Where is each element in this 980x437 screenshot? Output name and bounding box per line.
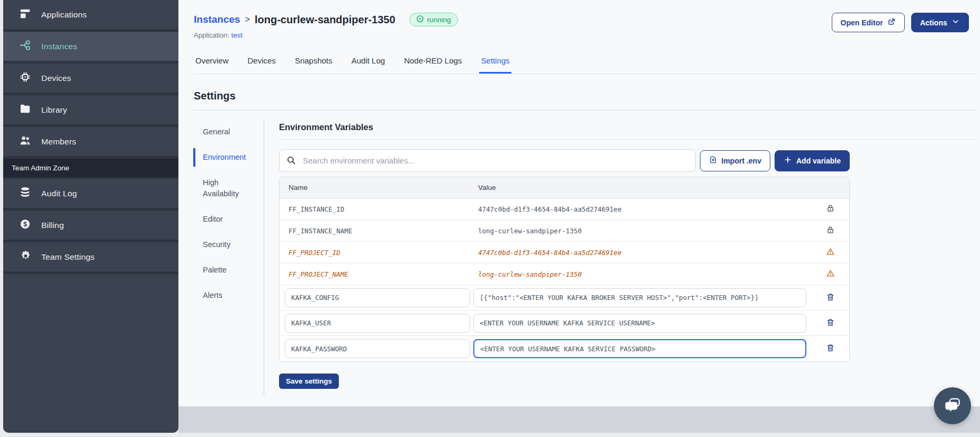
table-row xyxy=(280,336,849,361)
environment-panel: Environment Variables Import .env xyxy=(279,120,976,395)
applications-icon xyxy=(19,7,31,22)
chevron-down-icon xyxy=(951,17,960,28)
env-var-value-input[interactable] xyxy=(473,339,806,358)
running-status-icon xyxy=(416,15,424,24)
sidebar-item-label: Members xyxy=(41,137,76,147)
chat-launcher-button[interactable] xyxy=(934,387,971,424)
settings-nav-editor[interactable]: Editor xyxy=(194,214,264,225)
settings-nav-security[interactable]: Security xyxy=(194,239,264,250)
sidebar-item-label: Library xyxy=(41,105,67,115)
import-env-button[interactable]: Import .env xyxy=(700,150,770,171)
settings-nav-environment[interactable]: Environment xyxy=(194,152,264,163)
svg-text:$: $ xyxy=(23,221,27,228)
tab-overview[interactable]: Overview xyxy=(194,53,230,74)
open-editor-button[interactable]: Open Editor xyxy=(832,13,905,32)
trash-icon xyxy=(826,343,835,354)
footer-strip xyxy=(178,406,980,433)
table-header: Name Value xyxy=(280,177,849,198)
env-var-value: 4747c0bd-d1f3-4654-84b4-aa5d274691ee xyxy=(478,205,811,213)
instance-tabs: Overview Devices Snapshots Audit Log Nod… xyxy=(194,53,976,74)
env-var-name-input[interactable] xyxy=(285,339,470,358)
sidebar-item-label: Devices xyxy=(41,74,71,83)
instances-icon xyxy=(19,39,31,53)
sidebar-section-team-admin-zone: Team Admin Zone xyxy=(3,159,178,179)
env-var-value: 4747c0bd-d1f3-4654-84b4-aa5d274691ee xyxy=(478,249,811,257)
env-var-name: FF_INSTANCE_NAME xyxy=(280,227,478,235)
sidebar-item-audit-log[interactable]: Audit Log xyxy=(3,179,178,211)
env-var-name: FF_INSTANCE_ID xyxy=(280,205,478,213)
warning-icon xyxy=(826,247,835,258)
sidebar-item-members[interactable]: Members xyxy=(3,127,178,159)
settings-nav-palette[interactable]: Palette xyxy=(194,265,264,276)
delete-variable-button[interactable] xyxy=(825,317,836,330)
env-var-value-input[interactable] xyxy=(473,288,806,307)
breadcrumb-separator: > xyxy=(245,15,250,24)
tab-node-red-logs[interactable]: Node-RED Logs xyxy=(402,53,463,74)
env-var-name-input[interactable] xyxy=(285,314,470,333)
sidebar-item-label: Instances xyxy=(41,42,77,51)
settings-nav-general[interactable]: General xyxy=(194,126,264,138)
audit-log-icon xyxy=(19,186,31,201)
add-variable-button[interactable]: Add variable xyxy=(775,150,850,171)
tab-audit-log[interactable]: Audit Log xyxy=(350,53,386,74)
team-settings-icon xyxy=(19,250,31,264)
panel-title: Environment Variables xyxy=(279,122,976,140)
sidebar-item-library[interactable]: Library xyxy=(3,95,178,127)
application-label: Application: xyxy=(194,31,229,39)
env-var-name: FF_PROJECT_ID xyxy=(280,249,478,257)
external-link-icon xyxy=(887,17,896,28)
plus-icon xyxy=(784,156,792,166)
tab-snapshots[interactable]: Snapshots xyxy=(293,53,334,74)
column-header-name: Name xyxy=(280,184,478,192)
env-var-value: long-curlew-sandpiper-1350 xyxy=(478,270,811,278)
instance-name: long-curlew-sandpiper-1350 xyxy=(255,14,395,26)
save-settings-button[interactable]: Save settings xyxy=(279,374,339,389)
table-row xyxy=(280,311,849,336)
chat-bubble-icon xyxy=(943,396,961,416)
delete-variable-button[interactable] xyxy=(825,292,836,304)
sidebar-item-label: Team Settings xyxy=(41,252,95,262)
actions-button[interactable]: Actions xyxy=(911,13,969,32)
import-icon xyxy=(709,156,717,166)
billing-icon: $ xyxy=(19,218,31,232)
env-var-name: FF_PROJECT_NAME xyxy=(280,270,478,278)
sidebar-item-instances[interactable]: Instances xyxy=(3,32,178,63)
library-icon xyxy=(19,103,31,117)
sidebar-item-label: Applications xyxy=(41,10,87,20)
table-row: FF_PROJECT_ID 4747c0bd-d1f3-4654-84b4-aa… xyxy=(280,242,849,263)
sidebar-item-devices[interactable]: Devices xyxy=(3,63,178,95)
application-link[interactable]: test xyxy=(231,31,242,39)
sidebar-item-label: Billing xyxy=(41,221,64,230)
table-row: FF_INSTANCE_NAME long-curlew-sandpiper-1… xyxy=(280,220,849,242)
sidebar-item-label: Audit Log xyxy=(41,189,77,198)
env-var-value-input[interactable] xyxy=(473,314,806,333)
delete-variable-button[interactable] xyxy=(825,342,836,355)
trash-icon xyxy=(826,293,835,303)
lock-icon xyxy=(826,204,835,214)
main-content: Instances > long-curlew-sandpiper-1350 r… xyxy=(178,0,980,406)
sidebar-item-applications[interactable]: Applications xyxy=(3,0,178,32)
breadcrumb-instances-link[interactable]: Instances xyxy=(194,14,240,25)
add-variable-label: Add variable xyxy=(796,157,841,165)
page-title: Settings xyxy=(194,90,976,102)
tab-devices[interactable]: Devices xyxy=(246,53,277,74)
application-line: Application: test xyxy=(194,31,976,39)
sidebar: Applications Instances Devices Library M… xyxy=(3,0,178,433)
search-input[interactable] xyxy=(279,149,696,172)
members-icon xyxy=(19,134,31,149)
settings-divider xyxy=(194,110,976,111)
sidebar-item-team-settings[interactable]: Team Settings xyxy=(3,242,178,274)
env-variables-table: Name Value FF_INSTANCE_ID 4747c0bd-d1f3-… xyxy=(279,177,850,362)
env-toolbar: Import .env Add variable xyxy=(279,149,850,172)
settings-nav-high-availability[interactable]: High Availability xyxy=(194,177,252,199)
trash-icon xyxy=(826,318,835,329)
header-actions: Open Editor Actions xyxy=(832,13,969,32)
sidebar-item-billing[interactable]: $ Billing xyxy=(3,211,178,242)
actions-label: Actions xyxy=(920,19,947,27)
devices-icon xyxy=(19,71,31,85)
table-row: FF_PROJECT_NAME long-curlew-sandpiper-13… xyxy=(280,263,849,285)
env-var-name-input[interactable] xyxy=(285,288,470,307)
lock-icon xyxy=(826,225,835,236)
settings-nav-alerts[interactable]: Alerts xyxy=(194,290,264,301)
tab-settings[interactable]: Settings xyxy=(479,53,511,74)
